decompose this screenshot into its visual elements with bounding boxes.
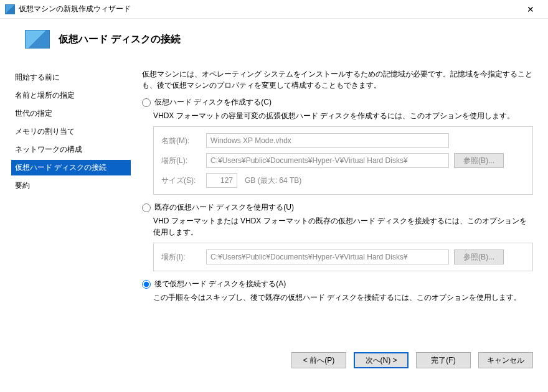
window-title: 仮想マシンの新規作成ウィザード bbox=[19, 4, 518, 14]
size-hint: GB (最大: 64 TB) bbox=[245, 175, 301, 186]
wizard-body: 開始する前に 名前と場所の指定 世代の指定 メモリの割り当て ネットワークの構成… bbox=[0, 66, 548, 346]
size-label: サイズ(S): bbox=[161, 175, 201, 186]
existing-vhd-panel: 場所(I): 参照(B)... bbox=[153, 243, 533, 271]
radio-create-vhd[interactable] bbox=[142, 98, 151, 107]
step-generation[interactable]: 世代の指定 bbox=[11, 106, 131, 121]
name-field[interactable] bbox=[206, 133, 449, 148]
option-existing-vhd: 既存の仮想ハード ディスクを使用する(U) VHD フォーマットまたは VHDX… bbox=[142, 202, 533, 271]
wizard-footer: < 前へ(P) 次へ(N) > 完了(F) キャンセル bbox=[0, 346, 548, 368]
size-field[interactable] bbox=[206, 173, 237, 188]
name-label: 名前(M): bbox=[161, 136, 201, 146]
radio-create-vhd-label: 仮想ハード ディスクを作成する(C) bbox=[154, 97, 272, 108]
radio-attach-later-label: 後で仮想ハード ディスクを接続する(A) bbox=[154, 279, 286, 289]
existing-location-field[interactable] bbox=[206, 250, 449, 264]
page-title: 仮想ハード ディスクの接続 bbox=[59, 33, 181, 46]
prev-button[interactable]: < 前へ(P) bbox=[291, 352, 346, 368]
browse-button[interactable]: 参照(B)... bbox=[454, 153, 504, 168]
existing-vhd-desc: VHD フォーマットまたは VHDX フォーマットの既存の仮想ハード ディスクを… bbox=[153, 215, 533, 238]
existing-location-label: 場所(I): bbox=[161, 252, 201, 263]
wizard-icon bbox=[25, 30, 50, 49]
step-network[interactable]: ネットワークの構成 bbox=[11, 142, 131, 157]
option-create-vhd: 仮想ハード ディスクを作成する(C) VHDX フォーマットの容量可変の拡張仮想… bbox=[142, 97, 533, 195]
radio-existing-vhd-label: 既存の仮想ハード ディスクを使用する(U) bbox=[154, 202, 294, 213]
step-memory[interactable]: メモリの割り当て bbox=[11, 124, 131, 139]
location-field[interactable] bbox=[206, 153, 449, 168]
step-summary[interactable]: 要約 bbox=[11, 178, 131, 194]
radio-existing-vhd[interactable] bbox=[142, 203, 151, 212]
create-vhd-desc: VHDX フォーマットの容量可変の拡張仮想ハード ディスクを作成するには、このオ… bbox=[153, 110, 533, 121]
cancel-button[interactable]: キャンセル bbox=[478, 352, 533, 368]
step-name-location[interactable]: 名前と場所の指定 bbox=[11, 88, 131, 103]
location-label: 場所(L): bbox=[161, 156, 201, 166]
wizard-main: 仮想マシンには、オペレーティング システムをインストールするための記憶域が必要で… bbox=[131, 66, 548, 346]
titlebar: 仮想マシンの新規作成ウィザード ✕ bbox=[0, 0, 548, 19]
close-icon[interactable]: ✕ bbox=[518, 4, 543, 14]
step-vhd-connect[interactable]: 仮想ハード ディスクの接続 bbox=[11, 160, 131, 175]
intro-text: 仮想マシンには、オペレーティング システムをインストールするための記憶域が必要で… bbox=[142, 68, 533, 91]
radio-attach-later[interactable] bbox=[142, 280, 151, 289]
create-vhd-panel: 名前(M): 場所(L): 参照(B)... サイズ(S): GB (最大: 6… bbox=[153, 126, 533, 195]
step-before-begin[interactable]: 開始する前に bbox=[11, 70, 131, 85]
option-attach-later: 後で仮想ハード ディスクを接続する(A) この手順を今はスキップし、後で既存の仮… bbox=[142, 279, 533, 303]
existing-browse-button[interactable]: 参照(B)... bbox=[454, 250, 504, 264]
app-icon bbox=[5, 4, 15, 14]
wizard-header: 仮想ハード ディスクの接続 bbox=[0, 19, 548, 66]
finish-button[interactable]: 完了(F) bbox=[416, 352, 471, 368]
attach-later-desc: この手順を今はスキップし、後で既存の仮想ハード ディスクを接続するには、このオプ… bbox=[153, 292, 533, 303]
wizard-steps: 開始する前に 名前と場所の指定 世代の指定 メモリの割り当て ネットワークの構成… bbox=[0, 66, 131, 346]
next-button[interactable]: 次へ(N) > bbox=[354, 352, 409, 368]
